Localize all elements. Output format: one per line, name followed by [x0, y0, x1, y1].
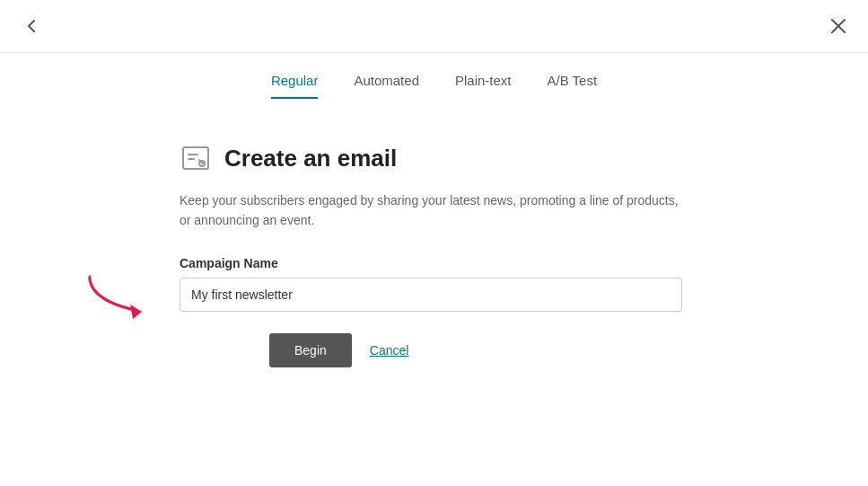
window: Regular Automated Plain-text A/B Test Cr… — [0, 0, 868, 486]
tabs: Regular Automated Plain-text A/B Test — [0, 53, 868, 99]
campaign-name-input[interactable] — [180, 278, 682, 312]
description: Keep your subscribers engaged by sharing… — [180, 190, 682, 231]
tab-automated[interactable]: Automated — [354, 73, 419, 99]
cancel-button[interactable]: Cancel — [370, 343, 409, 358]
svg-marker-2 — [130, 305, 142, 319]
page-title: Create an email — [224, 145, 397, 172]
tab-plain-text[interactable]: Plain-text — [455, 73, 512, 99]
action-buttons: Begin Cancel — [269, 333, 408, 367]
main-content: Create an email Keep your subscribers en… — [0, 99, 868, 367]
arrow-indicator — [81, 272, 162, 330]
tab-ab-test[interactable]: A/B Test — [548, 73, 598, 99]
top-bar — [0, 0, 868, 53]
form-section: Campaign Name — [180, 256, 682, 312]
email-icon — [180, 142, 212, 174]
page-header: Create an email — [180, 142, 397, 174]
back-button[interactable] — [22, 16, 41, 36]
tab-regular[interactable]: Regular — [271, 73, 319, 99]
campaign-name-label: Campaign Name — [180, 256, 682, 270]
begin-button[interactable]: Begin — [269, 333, 352, 367]
close-button[interactable] — [830, 18, 846, 34]
